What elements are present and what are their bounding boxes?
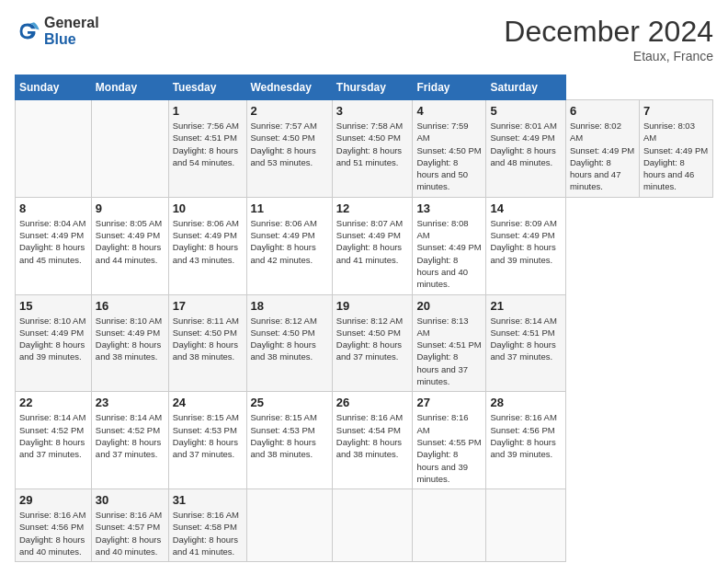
day-info: Sunrise: 8:16 AMSunset: 4:54 PMDaylight:…: [336, 411, 409, 460]
day-info: Sunrise: 8:15 AMSunset: 4:53 PMDaylight:…: [173, 411, 243, 460]
calendar-cell: 31 Sunrise: 8:16 AMSunset: 4:58 PMDaylig…: [168, 489, 246, 562]
day-number: 8: [19, 201, 87, 215]
calendar-cell: [246, 489, 332, 562]
day-info: Sunrise: 7:57 AMSunset: 4:50 PMDaylight:…: [251, 120, 328, 168]
calendar-cell: 13 Sunrise: 8:08 AMSunset: 4:49 PMDaylig…: [413, 197, 486, 294]
day-number: 19: [336, 299, 409, 313]
day-info: Sunrise: 8:07 AMSunset: 4:49 PMDaylight:…: [336, 217, 409, 266]
week-row-3: 15 Sunrise: 8:10 AMSunset: 4:49 PMDaylig…: [16, 294, 713, 392]
day-info: Sunrise: 8:14 AMSunset: 4:51 PMDaylight:…: [490, 315, 561, 363]
day-info: Sunrise: 8:16 AMSunset: 4:56 PMDaylight:…: [490, 411, 561, 460]
day-info: Sunrise: 8:16 AMSunset: 4:56 PMDaylight:…: [19, 509, 87, 557]
month-title: December 2024: [504, 15, 713, 49]
day-number: 4: [416, 104, 482, 118]
calendar-cell: 25 Sunrise: 8:15 AMSunset: 4:53 PMDaylig…: [246, 392, 332, 489]
calendar-cell: 4 Sunrise: 7:59 AMSunset: 4:50 PMDayligh…: [413, 100, 486, 198]
day-info: Sunrise: 7:56 AMSunset: 4:51 PMDaylight:…: [173, 120, 243, 168]
day-number: 6: [570, 104, 635, 118]
day-number: 23: [96, 396, 165, 409]
day-number: 18: [251, 299, 328, 313]
calendar-cell: 26 Sunrise: 8:16 AMSunset: 4:54 PMDaylig…: [332, 392, 413, 489]
header-saturday: Saturday: [486, 75, 565, 100]
day-info: Sunrise: 8:12 AMSunset: 4:50 PMDaylight:…: [336, 315, 409, 363]
day-info: Sunrise: 8:01 AMSunset: 4:49 PMDaylight:…: [490, 120, 561, 168]
week-row-5: 29 Sunrise: 8:16 AMSunset: 4:56 PMDaylig…: [16, 489, 713, 562]
day-number: 12: [336, 201, 409, 215]
calendar-cell: [91, 100, 168, 198]
calendar-cell: 9 Sunrise: 8:05 AMSunset: 4:49 PMDayligh…: [91, 197, 168, 294]
page-header: General Blue December 2024 Etaux, France: [15, 15, 713, 63]
day-info: Sunrise: 8:13 AMSunset: 4:51 PMDaylight:…: [416, 315, 482, 388]
day-info: Sunrise: 8:06 AMSunset: 4:49 PMDaylight:…: [173, 217, 243, 266]
header-sunday: Sunday: [16, 75, 92, 100]
day-number: 29: [19, 493, 87, 507]
day-info: Sunrise: 8:08 AMSunset: 4:49 PMDaylight:…: [416, 217, 482, 291]
day-number: 5: [490, 104, 561, 118]
day-number: 31: [173, 493, 243, 507]
day-info: Sunrise: 8:15 AMSunset: 4:53 PMDaylight:…: [251, 411, 328, 460]
day-number: 27: [416, 396, 482, 409]
calendar-cell: 17 Sunrise: 8:11 AMSunset: 4:50 PMDaylig…: [168, 294, 246, 392]
header-monday: Monday: [91, 75, 168, 100]
day-number: 24: [173, 396, 243, 409]
calendar-cell: 12 Sunrise: 8:07 AMSunset: 4:49 PMDaylig…: [332, 197, 413, 294]
calendar-cell: 2 Sunrise: 7:57 AMSunset: 4:50 PMDayligh…: [246, 100, 332, 198]
day-info: Sunrise: 8:02 AMSunset: 4:49 PMDaylight:…: [570, 120, 635, 193]
logo-text: General Blue: [44, 15, 99, 48]
calendar-cell: 8 Sunrise: 8:04 AMSunset: 4:49 PMDayligh…: [16, 197, 92, 294]
week-row-4: 22 Sunrise: 8:14 AMSunset: 4:52 PMDaylig…: [16, 392, 713, 489]
day-info: Sunrise: 8:03 AMSunset: 4:49 PMDaylight:…: [643, 120, 709, 193]
header-row: SundayMondayTuesdayWednesdayThursdayFrid…: [16, 75, 713, 100]
calendar-cell: 10 Sunrise: 8:06 AMSunset: 4:49 PMDaylig…: [168, 197, 246, 294]
day-number: 14: [490, 201, 561, 215]
calendar-cell: 20 Sunrise: 8:13 AMSunset: 4:51 PMDaylig…: [413, 294, 486, 392]
calendar-cell: 6 Sunrise: 8:02 AMSunset: 4:49 PMDayligh…: [565, 100, 639, 198]
calendar-cell: 19 Sunrise: 8:12 AMSunset: 4:50 PMDaylig…: [332, 294, 413, 392]
calendar-cell: 29 Sunrise: 8:16 AMSunset: 4:56 PMDaylig…: [16, 489, 92, 562]
calendar-cell: 21 Sunrise: 8:14 AMSunset: 4:51 PMDaylig…: [486, 294, 565, 392]
day-number: 15: [19, 299, 87, 313]
day-info: Sunrise: 8:16 AMSunset: 4:58 PMDaylight:…: [173, 509, 243, 557]
day-info: Sunrise: 8:04 AMSunset: 4:49 PMDaylight:…: [19, 217, 87, 266]
day-number: 28: [490, 396, 561, 409]
calendar-cell: 14 Sunrise: 8:09 AMSunset: 4:49 PMDaylig…: [486, 197, 565, 294]
title-block: December 2024 Etaux, France: [504, 15, 713, 63]
calendar-cell: 15 Sunrise: 8:10 AMSunset: 4:49 PMDaylig…: [16, 294, 92, 392]
calendar-cell: 24 Sunrise: 8:15 AMSunset: 4:53 PMDaylig…: [168, 392, 246, 489]
header-thursday: Thursday: [332, 75, 413, 100]
week-row-2: 8 Sunrise: 8:04 AMSunset: 4:49 PMDayligh…: [16, 197, 713, 294]
day-number: 7: [643, 104, 709, 118]
day-number: 17: [173, 299, 243, 313]
calendar-cell: [16, 100, 92, 198]
day-number: 30: [96, 493, 165, 507]
location-subtitle: Etaux, France: [504, 49, 713, 63]
calendar-cell: 1 Sunrise: 7:56 AMSunset: 4:51 PMDayligh…: [168, 100, 246, 198]
calendar-cell: 22 Sunrise: 8:14 AMSunset: 4:52 PMDaylig…: [16, 392, 92, 489]
day-info: Sunrise: 7:58 AMSunset: 4:50 PMDaylight:…: [336, 120, 409, 168]
calendar-cell: 11 Sunrise: 8:06 AMSunset: 4:49 PMDaylig…: [246, 197, 332, 294]
calendar-cell: 18 Sunrise: 8:12 AMSunset: 4:50 PMDaylig…: [246, 294, 332, 392]
day-number: 16: [96, 299, 165, 313]
week-row-1: 1 Sunrise: 7:56 AMSunset: 4:51 PMDayligh…: [16, 100, 713, 198]
day-info: Sunrise: 8:16 AMSunset: 4:57 PMDaylight:…: [96, 509, 165, 557]
day-number: 1: [173, 104, 243, 118]
logo: General Blue: [15, 15, 99, 48]
calendar-cell: [486, 489, 565, 562]
calendar-cell: [332, 489, 413, 562]
day-number: 3: [336, 104, 409, 118]
day-number: 21: [490, 299, 561, 313]
calendar-cell: [413, 489, 486, 562]
header-friday: Friday: [413, 75, 486, 100]
day-info: Sunrise: 8:16 AMSunset: 4:55 PMDaylight:…: [416, 411, 482, 485]
day-number: 22: [19, 396, 87, 409]
day-number: 9: [96, 201, 165, 215]
day-info: Sunrise: 8:14 AMSunset: 4:52 PMDaylight:…: [19, 411, 87, 460]
day-info: Sunrise: 8:10 AMSunset: 4:49 PMDaylight:…: [96, 315, 165, 363]
day-number: 26: [336, 396, 409, 409]
day-number: 13: [416, 201, 482, 215]
day-info: Sunrise: 8:12 AMSunset: 4:50 PMDaylight:…: [251, 315, 328, 363]
day-info: Sunrise: 8:06 AMSunset: 4:49 PMDaylight:…: [251, 217, 328, 266]
calendar-table: SundayMondayTuesdayWednesdayThursdayFrid…: [15, 75, 713, 562]
day-number: 11: [251, 201, 328, 215]
calendar-cell: 28 Sunrise: 8:16 AMSunset: 4:56 PMDaylig…: [486, 392, 565, 489]
